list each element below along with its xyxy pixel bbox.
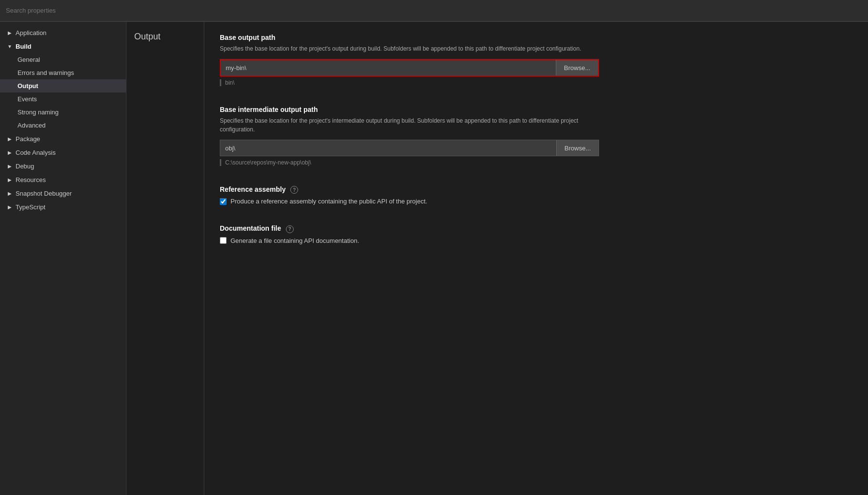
documentation-file-checkbox[interactable] — [220, 237, 227, 244]
sidebar-item-code-analysis[interactable]: ▶ Code Analysis — [0, 146, 126, 159]
reference-assembly-label: Produce a reference assembly containing … — [230, 198, 427, 205]
documentation-file-label: Generate a file containing API documenta… — [230, 237, 359, 244]
sidebar-item-debug[interactable]: ▶ Debug — [0, 159, 126, 173]
sidebar-item-advanced[interactable]: Advanced — [0, 119, 126, 132]
base-output-path-section: Base output path Specifies the base loca… — [220, 34, 852, 86]
chevron-down-icon: ▼ — [6, 42, 14, 50]
base-intermediate-output-path-hint: C:\source\repos\my-new-app\obj\ — [220, 159, 852, 166]
chevron-right-icon-code: ▶ — [6, 148, 14, 156]
base-intermediate-output-path-title: Base intermediate output path — [220, 106, 852, 113]
documentation-file-section: Documentation file ? Generate a file con… — [220, 224, 852, 244]
base-intermediate-output-path-description: Specifies the base location for the proj… — [220, 116, 599, 134]
reference-assembly-checkbox[interactable] — [220, 198, 227, 205]
base-intermediate-output-path-input-row: Browse... — [220, 140, 599, 156]
base-output-path-input-row: Browse... — [220, 59, 599, 76]
documentation-file-help-icon[interactable]: ? — [286, 225, 294, 233]
documentation-file-title: Documentation file ? — [220, 224, 852, 233]
section-title: Output — [134, 32, 196, 42]
base-output-path-description: Specifies the base location for the proj… — [220, 44, 599, 53]
main-layout: ▶ Application ▼ Build General Errors and… — [0, 22, 868, 495]
section-title-panel: Output — [126, 22, 204, 495]
sidebar-item-general[interactable]: General — [0, 53, 126, 66]
reference-assembly-checkbox-row: Produce a reference assembly containing … — [220, 198, 852, 205]
chevron-right-icon-resources: ▶ — [6, 176, 14, 183]
base-intermediate-output-path-input[interactable] — [220, 140, 556, 156]
sidebar-item-build[interactable]: ▼ Build — [0, 39, 126, 53]
sidebar-item-events[interactable]: Events — [0, 92, 126, 106]
sidebar-item-application[interactable]: ▶ Application — [0, 26, 126, 39]
search-bar — [0, 0, 868, 21]
base-intermediate-output-path-browse-button[interactable]: Browse... — [556, 140, 599, 156]
chevron-right-icon-snapshot: ▶ — [6, 189, 14, 197]
sidebar-item-errors-warnings[interactable]: Errors and warnings — [0, 66, 126, 79]
chevron-right-icon-debug: ▶ — [6, 162, 14, 170]
sidebar-item-strong-naming[interactable]: Strong naming — [0, 106, 126, 119]
base-intermediate-output-path-section: Base intermediate output path Specifies … — [220, 106, 852, 166]
chevron-right-icon-package: ▶ — [6, 135, 14, 143]
base-output-path-title: Base output path — [220, 34, 852, 41]
sidebar-item-package[interactable]: ▶ Package — [0, 132, 126, 146]
search-input[interactable] — [6, 7, 862, 14]
settings-panel: Base output path Specifies the base loca… — [204, 22, 868, 495]
sidebar-item-resources[interactable]: ▶ Resources — [0, 173, 126, 186]
documentation-file-checkbox-row: Generate a file containing API documenta… — [220, 237, 852, 244]
chevron-right-icon-typescript: ▶ — [6, 203, 14, 211]
base-output-path-hint: bin\ — [220, 79, 852, 86]
sidebar: ▶ Application ▼ Build General Errors and… — [0, 22, 126, 495]
sidebar-item-output[interactable]: Output — [0, 79, 126, 92]
chevron-right-icon: ▶ — [6, 29, 14, 37]
reference-assembly-title: Reference assembly ? — [220, 185, 852, 194]
reference-assembly-section: Reference assembly ? Produce a reference… — [220, 185, 852, 205]
base-output-path-browse-button[interactable]: Browse... — [556, 60, 598, 75]
reference-assembly-help-icon[interactable]: ? — [290, 186, 298, 194]
base-output-path-input[interactable] — [221, 60, 556, 75]
content-area: Output Base output path Specifies the ba… — [126, 22, 868, 495]
sidebar-item-typescript[interactable]: ▶ TypeScript — [0, 200, 126, 214]
sidebar-item-snapshot-debugger[interactable]: ▶ Snapshot Debugger — [0, 186, 126, 200]
